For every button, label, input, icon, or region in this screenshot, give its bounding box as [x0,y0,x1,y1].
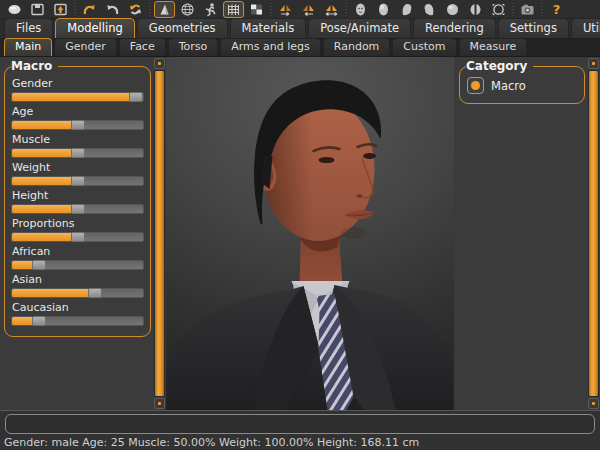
slider-track-height[interactable] [11,204,144,214]
undo-icon[interactable] [79,1,100,18]
tab-geometries[interactable]: Geometries [137,18,228,38]
slider-fill [12,233,78,241]
macro-sliders: GenderAgeMuscleWeightHeightProportionsAf… [11,77,144,326]
toolbar-separator [344,2,348,17]
human-model [166,57,454,410]
toolbar-separator [269,2,273,17]
slider-track-weight[interactable] [11,176,144,186]
subtab-measure[interactable]: Measure [459,38,528,56]
scroll-up-button[interactable] [154,58,165,69]
scroll-down-button[interactable] [588,398,599,409]
bottom-bar: Gender: male Age: 25 Muscle: 50.00% Weig… [0,410,600,450]
slider-weight: Weight [11,161,144,186]
left-panel-scrollbar [153,57,166,410]
radio-label: Macro [491,79,526,93]
slider-fill [12,177,78,185]
subtab-torso[interactable]: Torso [168,38,219,56]
sub-tab-bar: MainGenderFaceTorsoArms and legsRandomCu… [0,39,600,57]
slider-handle-asian[interactable] [88,288,102,298]
smooth-icon[interactable] [154,1,175,18]
slider-handle-weight[interactable] [71,176,85,186]
slider-fill [12,289,95,297]
slider-handle-age[interactable] [71,120,85,130]
slider-track-muscle[interactable] [11,148,144,158]
redo-icon[interactable] [102,1,123,18]
subtab-custom[interactable]: Custom [392,38,456,56]
slider-handle-caucasian[interactable] [32,316,46,326]
slider-fill [12,121,78,129]
category-option-macro[interactable]: Macro [466,75,578,96]
wireframe-icon[interactable] [177,1,198,18]
grid-icon[interactable] [223,1,244,18]
toolbar: ? [0,0,600,19]
skeleton-icon[interactable] [200,1,221,18]
slider-handle-muscle[interactable] [71,148,85,158]
macro-group-title: Macro [11,59,58,73]
slider-handle-height[interactable] [71,204,85,214]
split-view-icon[interactable] [465,1,486,18]
save-icon[interactable] [27,1,48,18]
slider-fill [12,205,78,213]
slider-track-gender[interactable] [11,92,144,102]
model-nostril [357,194,363,198]
slider-fill [12,149,78,157]
background-checker-icon[interactable] [246,1,267,18]
slider-label: Weight [12,161,144,174]
slider-track-age[interactable] [11,120,144,130]
subtab-arms-and-legs[interactable]: Arms and legs [220,38,321,56]
subtab-face[interactable]: Face [119,38,166,56]
tab-pose-animate[interactable]: Pose/Animate [308,18,411,38]
help-icon[interactable]: ? [546,1,567,18]
slider-handle-proportions[interactable] [71,232,85,242]
subtab-main[interactable]: Main [4,38,52,56]
left-profile-view-icon[interactable] [419,1,440,18]
toolbar-separator [148,2,152,17]
camera-icon[interactable] [517,1,538,18]
status-text: Gender: male Age: 25 Muscle: 50.00% Weig… [0,434,600,449]
symmetry-both-icon[interactable] [321,1,342,18]
reload-icon[interactable] [125,1,146,18]
subtab-gender[interactable]: Gender [54,38,117,56]
progress-bar [5,414,595,434]
tab-modelling[interactable]: Modelling [55,18,135,38]
model-chin-shading [341,227,367,239]
front-view-icon[interactable] [373,1,394,18]
toolbar-separator [73,2,77,17]
tab-rendering[interactable]: Rendering [413,18,496,38]
category-group-title: Category [466,59,533,73]
tab-utilities[interactable]: Utilities [571,18,600,38]
face-view-icon[interactable] [350,1,371,18]
menu-tab-bar: FilesModellingGeometriesMaterialsPose/An… [0,19,600,39]
top-view-icon[interactable] [442,1,463,18]
tab-materials[interactable]: Materials [230,18,307,38]
slider-caucasian: Caucasian [11,301,144,326]
slider-handle-gender[interactable] [129,92,143,102]
slider-label: African [12,245,144,258]
slider-track-caucasian[interactable] [11,316,144,326]
slider-track-proportions[interactable] [11,232,144,242]
right-profile-view-icon[interactable] [396,1,417,18]
load-icon[interactable] [50,1,71,18]
symmetry-right-icon[interactable] [275,1,296,18]
symmetry-left-icon[interactable] [298,1,319,18]
selection-ring-icon[interactable] [488,1,509,18]
mesh-icon[interactable] [4,1,25,18]
left-panel: Macro GenderAgeMuscleWeightHeightProport… [0,57,153,410]
category-options: Macro [466,75,578,96]
subtab-random[interactable]: Random [323,38,391,56]
tab-settings[interactable]: Settings [498,18,569,38]
slider-height: Height [11,189,144,214]
3d-viewport[interactable] [166,57,454,410]
right-panel: Category Macro [454,57,587,410]
scroll-down-button[interactable] [154,398,165,409]
radio-button[interactable] [467,77,484,94]
slider-track-african[interactable] [11,260,144,270]
slider-handle-african[interactable] [32,260,46,270]
slider-track-asian[interactable] [11,288,144,298]
scroll-up-button[interactable] [588,58,599,69]
scrollbar-thumb[interactable] [588,70,599,397]
slider-label: Height [12,189,144,202]
scrollbar-thumb[interactable] [154,70,165,397]
model-eye-right [363,153,376,159]
tab-files[interactable]: Files [4,18,53,38]
